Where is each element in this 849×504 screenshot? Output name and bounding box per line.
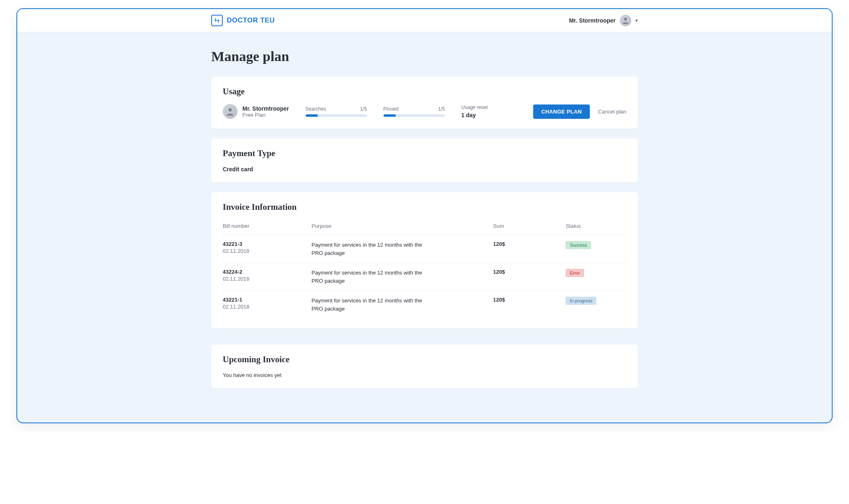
progress-track: [383, 114, 445, 117]
col-status: Status: [566, 220, 626, 235]
svg-point-1: [228, 108, 232, 111]
usage-stat-label: Pinned: [383, 106, 399, 112]
usage-stat-value: 1/5: [438, 106, 445, 112]
progress-fill: [306, 114, 318, 117]
payment-title: Payment Type: [223, 148, 626, 159]
invoice-card: Invoice Information Bill number Purpose …: [211, 192, 638, 328]
chevron-down-icon: ▾: [635, 18, 638, 23]
user-menu[interactable]: Mr. Stormtrooper ▾: [569, 15, 638, 26]
sum-text: 120$: [493, 297, 566, 303]
invoice-table: Bill number Purpose Sum Status 43221-302…: [223, 220, 626, 318]
table-row: 43221-102.11.2018Payment for services in…: [223, 291, 626, 319]
logo[interactable]: DOCTOR TEU: [211, 15, 275, 26]
change-plan-button[interactable]: CHANGE PLAN: [533, 104, 590, 119]
progress-fill: [383, 114, 396, 117]
bill-date: 02.11.2018: [223, 276, 311, 282]
usage-reset: Usage reset 1 day: [461, 104, 488, 118]
avatar: [620, 15, 631, 26]
col-sum: Sum: [493, 220, 566, 235]
purpose-text: Payment for services in the 12 months wi…: [311, 241, 426, 257]
usage-reset-label: Usage reset: [461, 104, 488, 110]
purpose-text: Payment for services in the 12 months wi…: [311, 269, 426, 285]
bill-date: 02.11.2018: [223, 248, 311, 254]
usage-reset-value: 1 day: [461, 112, 488, 118]
usage-user: Mr. Stormtrooper Free Plan: [223, 104, 289, 119]
purpose-text: Payment for services in the 12 months wi…: [311, 297, 426, 313]
payment-value: Credit card: [223, 166, 626, 173]
payment-card: Payment Type Credit card: [211, 138, 638, 182]
status-badge: In progress: [566, 297, 596, 305]
usage-title: Usage: [223, 86, 626, 97]
upcoming-empty: You have no invoices yet: [223, 372, 626, 378]
usage-stat-pinned: Pinned 1/5: [383, 106, 445, 117]
page-title: Manage plan: [211, 49, 638, 64]
bill-number: 43221-3: [223, 241, 311, 247]
usage-stat-label: Searches: [306, 106, 326, 112]
topbar: DOCTOR TEU Mr. Stormtrooper ▾: [17, 9, 832, 32]
svg-point-0: [624, 18, 627, 20]
col-bill: Bill number: [223, 220, 311, 235]
content: Manage plan Usage Mr. Stormtrooper Free …: [199, 32, 650, 422]
status-badge: Success: [566, 241, 591, 249]
table-row: 43224-202.11.2018Payment for services in…: [223, 263, 626, 291]
cancel-plan-link[interactable]: Cancel plan: [598, 109, 626, 115]
usage-user-name: Mr. Stormtrooper: [242, 105, 289, 112]
upcoming-title: Upcoming Invoice: [223, 354, 626, 365]
user-menu-name: Mr. Stormtrooper: [569, 17, 616, 24]
sum-text: 120$: [493, 269, 566, 275]
app-frame: DOCTOR TEU Mr. Stormtrooper ▾ Manage pla…: [16, 8, 833, 423]
usage-user-plan: Free Plan: [242, 112, 289, 118]
logo-icon: [211, 15, 223, 26]
progress-track: [306, 114, 367, 117]
usage-stat-value: 1/5: [360, 106, 367, 112]
table-row: 43221-302.11.2018Payment for services in…: [223, 235, 626, 263]
bill-number: 43224-2: [223, 269, 311, 275]
bill-number: 43221-1: [223, 297, 311, 303]
usage-stat-searches: Searches 1/5: [306, 106, 367, 117]
sum-text: 120$: [493, 241, 566, 247]
usage-avatar: [223, 104, 237, 119]
col-purpose: Purpose: [311, 220, 493, 235]
usage-card: Usage Mr. Stormtrooper Free Plan Searche…: [211, 77, 638, 129]
bill-date: 02.11.2018: [223, 304, 311, 310]
upcoming-card: Upcoming Invoice You have no invoices ye…: [211, 345, 638, 388]
status-badge: Error: [566, 269, 584, 277]
invoice-title: Invoice Information: [223, 202, 626, 212]
logo-text: DOCTOR TEU: [227, 16, 275, 25]
